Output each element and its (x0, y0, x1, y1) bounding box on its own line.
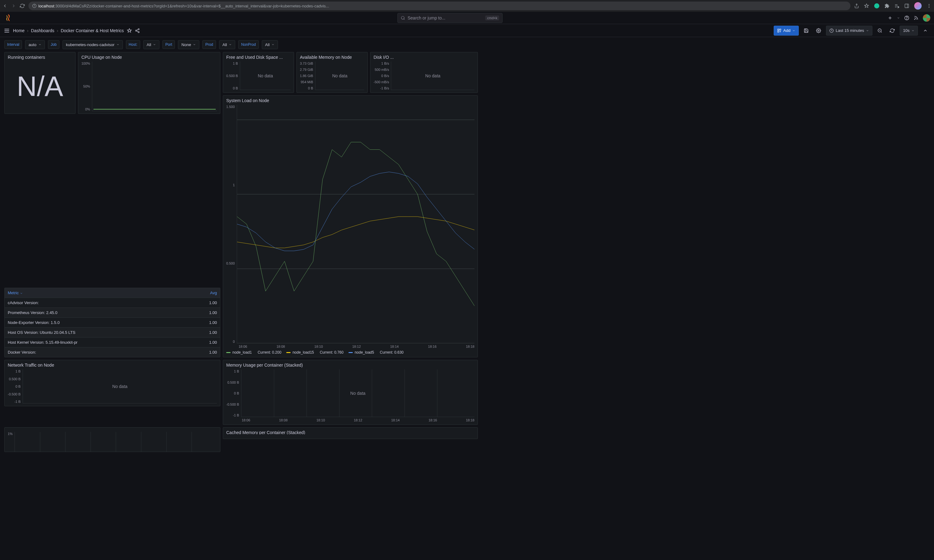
running-value: N/A (8, 62, 72, 111)
svg-point-2 (34, 5, 34, 5)
table-header-avg[interactable]: Avg (187, 288, 220, 298)
collapse-button[interactable] (920, 26, 930, 35)
var-port-select[interactable]: None (178, 40, 199, 49)
breadcrumb-current: Docker Container & Host Metrics (61, 28, 124, 33)
panel-running-containers[interactable]: Running containers N/A (4, 52, 75, 114)
svg-point-12 (929, 7, 930, 8)
panels-grid: Running containers N/A CPU Usage on Node… (0, 52, 934, 456)
no-data-label: No data (258, 73, 273, 78)
forward-icon[interactable] (11, 3, 16, 8)
plot-area: No data (23, 369, 217, 403)
plot-area (15, 432, 217, 452)
panel-cpu-usage[interactable]: CPU Usage on Node 100% 50% 0% (78, 52, 220, 114)
legend-current: Current: 0.760 (320, 350, 343, 355)
table-header-metric[interactable]: Metric (5, 288, 187, 298)
svg-point-33 (818, 30, 819, 31)
panel-memory-per-container[interactable]: Memory Usage per Container (Stacked) 1 B… (223, 360, 478, 425)
panel-disk-io[interactable]: Disk I/O ... 1 B/s 500 mB/s 0 B/s -500 m… (370, 52, 478, 93)
cpu-line (94, 109, 216, 109)
panel-title: CPU Usage on Node (82, 55, 217, 60)
legend-item[interactable]: node_load1 Current: 0.200 (226, 350, 281, 355)
extensions-icon[interactable] (885, 3, 889, 8)
dashboard-header: Home › Dashboards › Docker Container & H… (0, 24, 934, 37)
panel-network-traffic[interactable]: Network Traffic on Node 1 B 0.500 B 0 B … (4, 360, 220, 406)
chevron-down-icon (792, 29, 796, 32)
hamburger-icon[interactable] (4, 28, 10, 34)
add-button[interactable]: Add (774, 26, 799, 35)
help-icon[interactable] (904, 15, 909, 20)
clock-icon (829, 28, 834, 33)
url-host: localhost (38, 4, 54, 8)
share-dashboard-icon[interactable] (135, 28, 140, 33)
gear-icon (816, 28, 821, 33)
svg-point-11 (929, 6, 930, 6)
metric-cell: Host OS Version: Ubuntu 20.04.5 LTS (5, 328, 187, 337)
panel-metrics-table[interactable]: Metric Avg cAdvisor Version:1.00Promethe… (4, 288, 220, 357)
table-row[interactable]: Node-Exporter Version: 1.5.01.00 (5, 318, 220, 328)
timerange-button[interactable]: Last 15 minutes (826, 26, 872, 35)
zoom-out-icon (877, 28, 882, 33)
add-label: Add (783, 28, 790, 33)
chevron-down-icon (271, 43, 274, 46)
panel-title: Memory Usage per Container (Stacked) (226, 363, 474, 368)
playlist-icon[interactable] (894, 3, 899, 8)
plot-area: No data (391, 62, 474, 90)
panel-icon[interactable] (904, 3, 909, 8)
refresh-button[interactable] (887, 26, 897, 35)
y-axis: 1 B/s 500 mB/s 0 B/s -500 mB/s -1 B/s (374, 62, 391, 90)
url-bar[interactable]: localhost:3000/d/4dMaCsRZz/docker-contai… (28, 2, 851, 10)
profile-avatar[interactable] (914, 2, 922, 9)
panel-system-load[interactable]: System Load on Node 1.50010.5000 18:0618… (223, 95, 478, 357)
reload-icon[interactable] (20, 3, 25, 8)
var-job-select[interactable]: kubernetes-nodes-cadvisor (63, 40, 123, 49)
user-avatar[interactable] (923, 14, 930, 22)
panel-cached-memory[interactable]: Cached Memory per Container (Stacked) (223, 427, 478, 439)
add-panel-icon (777, 28, 782, 33)
save-button[interactable] (801, 26, 811, 35)
var-interval-select[interactable]: auto (25, 40, 45, 49)
svg-rect-8 (905, 4, 909, 8)
table-row[interactable]: cAdvisor Version:1.00 (5, 298, 220, 308)
avg-cell: 1.00 (187, 318, 220, 328)
metric-cell: Prometheus Version: 2.45.0 (5, 308, 187, 318)
y-axis: 100% 50% 0% (82, 62, 92, 111)
var-nonprod-label: NonProd (238, 40, 259, 49)
menu-icon[interactable] (926, 3, 931, 8)
breadcrumb-dashboards[interactable]: Dashboards (31, 28, 54, 33)
share-icon[interactable] (854, 3, 859, 8)
var-host-select[interactable]: All (143, 40, 159, 49)
table-row[interactable]: Prometheus Version: 2.45.01.00 (5, 308, 220, 318)
search-input[interactable]: Search or jump to... cmd+k (397, 13, 503, 23)
rss-icon[interactable] (914, 15, 919, 20)
plus-icon[interactable] (888, 15, 892, 20)
chevron-down-icon (911, 29, 914, 32)
panel-disk-space[interactable]: Free and Used Disk Space ... 1 B 0.500 B… (223, 52, 294, 93)
plot-area (237, 105, 474, 343)
chevron-down-icon[interactable] (897, 16, 900, 20)
bookmark-icon[interactable] (864, 3, 869, 8)
y-axis: 3.73 GiB 2.79 GiB 1.86 GiB 954 MiB 0 B (300, 62, 315, 90)
grafana-logo-icon[interactable] (4, 14, 12, 22)
settings-button[interactable] (814, 26, 823, 35)
legend-item[interactable]: node_load5 Current: 0.630 (348, 350, 403, 355)
breadcrumb-home[interactable]: Home (13, 28, 25, 33)
panel-title: System Load on Node (226, 98, 474, 103)
svg-line-27 (137, 29, 138, 30)
table-row[interactable]: Host Kernel Version: 5.15.49-linuxkit-pr… (5, 337, 220, 348)
legend-name: node_load15 (292, 350, 314, 355)
var-nonprod-select[interactable]: All (262, 40, 278, 49)
table-row[interactable]: Host OS Version: Ubuntu 20.04.5 LTS1.00 (5, 328, 220, 337)
table-row[interactable]: Docker Version:1.00 (5, 348, 220, 357)
refresh-interval-button[interactable]: 10s (900, 26, 918, 35)
panel-cpu-per-container[interactable]: CPU Usage per Container (Stacked) 1% (4, 427, 220, 452)
panel-available-memory[interactable]: Available Memory on Node 3.73 GiB 2.79 G… (297, 52, 368, 93)
zoom-out-button[interactable] (875, 26, 885, 35)
metric-cell: Node-Exporter Version: 1.5.0 (5, 318, 187, 328)
legend-item[interactable]: node_load15 Current: 0.760 (286, 350, 343, 355)
y-axis: 1.50010.5000 (226, 105, 237, 343)
grammarly-icon[interactable] (874, 3, 880, 9)
var-interval-label: Interval (4, 40, 22, 49)
var-prod-select[interactable]: All (219, 40, 235, 49)
back-icon[interactable] (3, 3, 8, 8)
star-icon[interactable] (127, 28, 132, 33)
